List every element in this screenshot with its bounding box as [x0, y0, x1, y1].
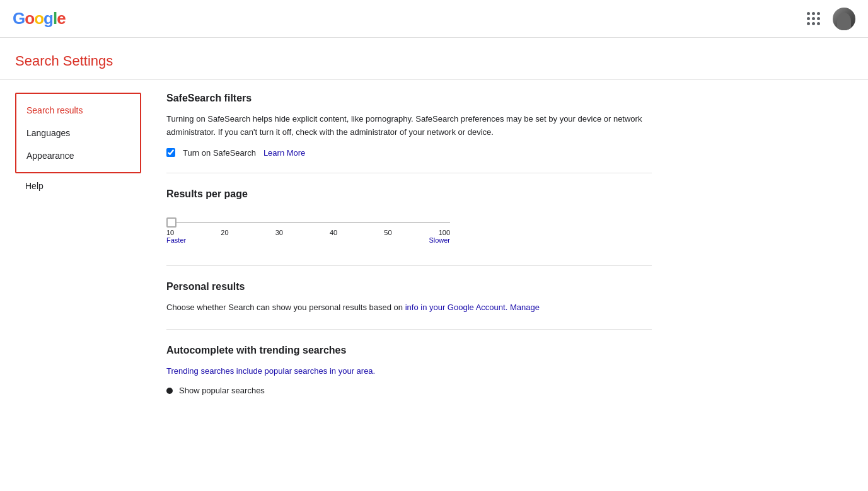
safesearch-checkbox[interactable] [166, 148, 175, 157]
apps-icon[interactable] [804, 9, 823, 28]
autocomplete-section: Autocomplete with trending searches Tren… [166, 345, 652, 410]
autocomplete-desc-link[interactable]: Trending searches include popular search… [166, 366, 375, 376]
results-per-page-slider[interactable] [166, 222, 450, 223]
apps-dot [817, 22, 820, 25]
personal-results-section: Personal results Choose whether Search c… [166, 281, 652, 330]
main-layout: Search results Languages Appearance Help… [0, 80, 868, 438]
sidebar-item-languages[interactable]: Languages [16, 122, 140, 144]
slider-sublabels: Faster Slower [166, 236, 450, 244]
autocomplete-desc: Trending searches include popular search… [166, 365, 652, 378]
safesearch-section: SafeSearch filters Turning on SafeSearch… [166, 93, 652, 173]
results-per-page-section: Results per page 10 20 30 40 50 100 Fast… [166, 188, 652, 266]
manage-link[interactable]: Manage [510, 303, 540, 312]
sidebar-item-appearance[interactable]: Appearance [16, 144, 140, 167]
sidebar-item-help[interactable]: Help [15, 173, 141, 199]
results-per-page-title: Results per page [166, 188, 652, 200]
personal-results-desc: Choose whether Search can show you perso… [166, 301, 652, 315]
slider-label-100: 100 [439, 229, 450, 236]
apps-dot [807, 22, 810, 25]
header: Google [0, 0, 868, 38]
avatar-silhouette [837, 13, 851, 30]
apps-dot [812, 17, 815, 20]
autocomplete-radio-label: Show popular searches [179, 386, 265, 395]
main-content: SafeSearch filters Turning on SafeSearch… [141, 93, 677, 425]
slider-sublabel-faster: Faster [166, 236, 186, 244]
apps-dot [817, 17, 820, 20]
apps-dot [807, 17, 810, 20]
slider-label-20: 20 [221, 229, 228, 236]
personal-results-plain-text: Choose whether Search can show you perso… [166, 303, 405, 312]
logo-g: G [13, 9, 25, 28]
safesearch-checkbox-label[interactable]: Turn on SafeSearch [183, 148, 256, 158]
header-right [804, 8, 855, 30]
personal-results-title: Personal results [166, 281, 652, 292]
page-title-section: Search Settings [0, 38, 868, 79]
logo-o1: o [25, 9, 34, 28]
safesearch-checkbox-row: Turn on SafeSearch Learn More [166, 148, 652, 158]
logo-o2: o [34, 9, 43, 28]
safesearch-desc: Turning on SafeSearch helps hide explici… [166, 113, 652, 139]
sidebar: Search results Languages Appearance Help [15, 93, 141, 425]
slider-labels: 10 20 30 40 50 100 [166, 229, 450, 236]
sidebar-item-search-results[interactable]: Search results [16, 99, 140, 122]
apps-dot [812, 12, 815, 15]
apps-dot [817, 12, 820, 15]
sidebar-nav: Search results Languages Appearance [15, 93, 141, 173]
slider-sublabel-slower: Slower [429, 236, 450, 244]
avatar[interactable] [833, 8, 855, 30]
slider-container: 10 20 30 40 50 100 Faster Slower [166, 209, 652, 250]
slider-wrapper: 10 20 30 40 50 100 Faster Slower [166, 215, 450, 244]
slider-label-50: 50 [384, 229, 391, 236]
radio-dot [166, 388, 173, 394]
personal-results-link[interactable]: info in your Google Account. [405, 303, 508, 312]
autocomplete-title: Autocomplete with trending searches [166, 345, 652, 356]
apps-dot [812, 22, 815, 25]
google-logo: Google [13, 9, 66, 28]
slider-label-40: 40 [330, 229, 337, 236]
apps-dot [807, 12, 810, 15]
learn-more-link[interactable]: Learn More [263, 148, 305, 158]
autocomplete-radio-row: Show popular searches [166, 386, 652, 395]
logo-e: e [57, 9, 65, 28]
page-title: Search Settings [15, 53, 853, 69]
slider-label-10: 10 [166, 229, 174, 236]
safesearch-title: SafeSearch filters [166, 93, 652, 104]
logo-g2: g [43, 9, 53, 28]
slider-label-30: 30 [275, 229, 283, 236]
